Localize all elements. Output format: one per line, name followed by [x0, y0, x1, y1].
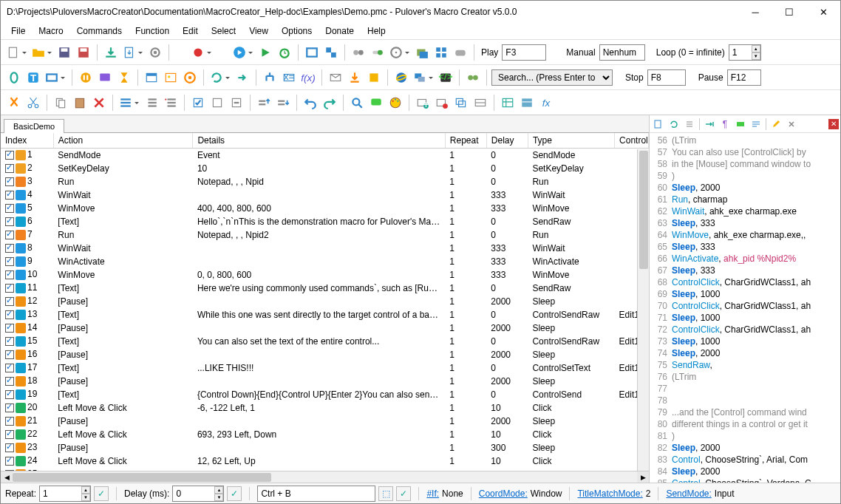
cut-icon[interactable] [5, 94, 23, 112]
hourglass-icon[interactable] [115, 69, 133, 86]
row-checkbox[interactable] [5, 191, 14, 200]
search-input[interactable]: Search... (Press Enter to go) [491, 69, 613, 86]
email-icon[interactable] [327, 69, 344, 86]
menu-select[interactable]: Select [205, 24, 242, 38]
save-button[interactable] [55, 44, 73, 61]
table-row[interactable]: 6[Text]Hello`,`n`nThis is the demonstrat… [1, 215, 649, 228]
pause-hotkey-input[interactable] [727, 69, 761, 86]
scissors-icon[interactable] [24, 94, 42, 112]
row-checkbox[interactable] [5, 350, 14, 359]
menu-function[interactable]: Function [129, 24, 175, 38]
close-button[interactable]: ✕ [806, 1, 840, 23]
titlematch-link[interactable]: TitleMatchMode: [577, 488, 642, 499]
vertical-scrollbar[interactable] [637, 149, 649, 471]
tool-b[interactable] [322, 44, 340, 61]
var-icon[interactable]: x= [280, 69, 298, 86]
com-icon[interactable] [412, 69, 435, 86]
control-icon[interactable] [44, 69, 67, 86]
column-header[interactable]: Details [193, 133, 445, 149]
table-row[interactable]: 9WinActivate1333WinActivate [1, 255, 649, 268]
move-up-icon[interactable] [255, 94, 273, 112]
check-all-icon[interactable] [189, 94, 207, 112]
table-row[interactable]: 14[Pause]12000Sleep [1, 321, 649, 335]
row-checkbox[interactable] [5, 403, 14, 412]
row-checkbox[interactable] [5, 364, 14, 372]
minimize-button[interactable]: ─ [738, 1, 772, 23]
code-icon[interactable]: </> [437, 69, 454, 86]
check-toggle-icon[interactable] [228, 94, 245, 112]
column-header[interactable]: Action [53, 133, 193, 149]
row-checkbox[interactable] [5, 457, 14, 466]
windows-icon[interactable] [432, 44, 450, 61]
table-row[interactable]: 8WinWait1333WinWait [1, 242, 649, 255]
table-row[interactable]: 10WinMove0, 0, 800, 6001333WinMove [1, 268, 649, 282]
close-preview-icon[interactable]: ✕ [828, 119, 839, 129]
grid-a-icon[interactable] [499, 94, 517, 112]
paste-icon[interactable] [71, 94, 89, 112]
menu-macro[interactable]: Macro [33, 24, 69, 38]
move-down-icon[interactable] [274, 94, 292, 112]
menu-view[interactable]: View [243, 24, 274, 38]
ie-icon[interactable] [392, 69, 410, 86]
row-checkbox[interactable] [5, 284, 14, 293]
menu-file[interactable]: File [5, 24, 31, 38]
loop-cmd-icon[interactable] [208, 69, 232, 86]
edit-row-icon[interactable] [471, 94, 489, 112]
macro-grid[interactable]: IndexActionDetailsRepeatDelayTypeControl… [1, 133, 649, 471]
goto-icon[interactable] [234, 69, 251, 86]
tool-c[interactable] [350, 44, 367, 61]
refresh-icon[interactable] [667, 117, 681, 132]
menu-donate[interactable]: Donate [319, 24, 360, 38]
column-header[interactable]: Type [528, 133, 614, 149]
row-checkbox[interactable] [5, 164, 14, 173]
export-button[interactable] [121, 44, 145, 61]
row-checkbox[interactable] [5, 377, 14, 386]
table-row[interactable]: 4WinWait1333WinWait [1, 188, 649, 202]
repeat-apply-icon[interactable]: ✓ [94, 486, 109, 501]
table-row[interactable]: 17[Text]...LIKE THIS!!!10ControlSetTextE… [1, 361, 649, 375]
text-icon[interactable]: T [24, 69, 42, 86]
delay-apply-icon[interactable]: ✓ [227, 486, 242, 501]
find-icon[interactable] [464, 69, 482, 86]
if-link[interactable]: #If: [426, 488, 439, 499]
table-row[interactable]: 16[Pause]12000Sleep [1, 348, 649, 361]
tool-a[interactable] [303, 44, 321, 61]
download-icon[interactable] [346, 69, 364, 86]
expand-icon[interactable] [784, 117, 799, 132]
save-as-button[interactable] [75, 44, 92, 61]
timer-button[interactable] [276, 44, 293, 61]
image-cmd-icon[interactable] [162, 69, 180, 86]
play-hotkey-input[interactable] [502, 44, 546, 61]
row-checkbox[interactable] [5, 270, 14, 279]
undo-icon[interactable] [302, 94, 319, 112]
table-row[interactable]: 1SendModeEvent10SendMode [1, 149, 649, 162]
row-checkbox[interactable] [5, 417, 14, 426]
color-icon[interactable] [387, 94, 404, 112]
row-checkbox[interactable] [5, 217, 14, 226]
row-checkbox[interactable] [5, 310, 14, 319]
column-header[interactable]: Index [1, 133, 53, 149]
open-button[interactable] [30, 44, 54, 61]
table-row[interactable]: 23[Pause]1300Sleep [1, 441, 649, 454]
row-checkbox[interactable] [5, 337, 14, 346]
row-checkbox[interactable] [5, 204, 14, 213]
code-preview[interactable]: 56(LTrim57You can also use [ControlClick… [650, 133, 840, 483]
tool-f[interactable] [413, 44, 431, 61]
record-button[interactable] [190, 44, 214, 61]
pause-cmd-icon[interactable] [77, 69, 95, 86]
zip-icon[interactable] [365, 69, 383, 86]
highlight-icon[interactable] [733, 117, 748, 132]
window-cmd-icon[interactable] [143, 69, 160, 86]
column-header[interactable]: Control [615, 133, 649, 149]
tab-icon[interactable] [702, 117, 717, 132]
fx-icon[interactable]: fx [537, 94, 555, 112]
tool-d[interactable] [369, 44, 387, 61]
del-row-icon[interactable] [433, 94, 451, 112]
run-cmd-icon[interactable] [181, 69, 199, 86]
grid-b-icon[interactable] [518, 94, 536, 112]
tool-e[interactable] [388, 44, 412, 61]
menu-edit[interactable]: Edit [177, 24, 204, 38]
manual-input[interactable] [599, 44, 645, 61]
hotkey-input[interactable] [257, 486, 375, 502]
menu-options[interactable]: Options [276, 24, 318, 38]
